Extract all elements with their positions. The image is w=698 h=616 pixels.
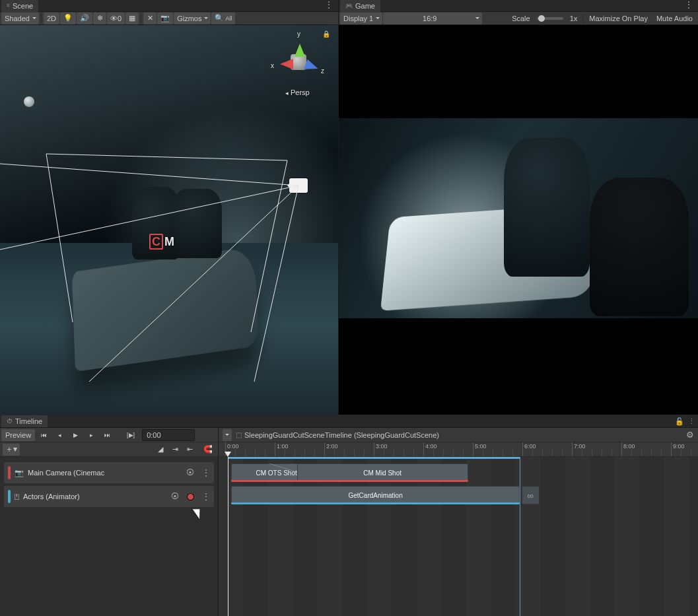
scene-visibility-toggle[interactable]: 👁0 bbox=[107, 13, 125, 24]
orientation-gizmo[interactable]: 🔒 y x z Persp bbox=[265, 29, 332, 108]
scene-panel-menu[interactable]: ⋮ bbox=[322, 0, 335, 9]
mode-2d-toggle[interactable]: 2D bbox=[44, 13, 59, 24]
ruler-minor-tick bbox=[433, 450, 434, 456]
timeline-ruler[interactable]: 0:001:002:003:004:005:006:007:008:009:00 bbox=[219, 442, 698, 456]
track-binding-target-icon[interactable]: ⦿ bbox=[171, 492, 179, 501]
scene-audio-toggle[interactable]: 🔊 bbox=[77, 13, 92, 24]
maximize-on-play-toggle[interactable]: Maximize On Play bbox=[585, 13, 652, 24]
axis-x-handle[interactable] bbox=[275, 59, 293, 69]
track-color-handle[interactable] bbox=[8, 466, 11, 479]
scale-slider-knob[interactable] bbox=[538, 15, 545, 22]
ruler-major-tick: 8:00 bbox=[621, 442, 622, 456]
ruler-major-tick: 6:00 bbox=[522, 442, 523, 456]
scene-camera-button[interactable]: 📷 bbox=[157, 13, 173, 24]
track-header-list: 📷Main Camera (Cinemac⦿⋮⍞Actors (Animator… bbox=[0, 457, 219, 616]
track-menu-button[interactable]: ⋮ bbox=[202, 492, 210, 501]
record-button[interactable] bbox=[187, 493, 194, 500]
ruler-minor-tick bbox=[295, 450, 295, 456]
cube-icon: ⬚ bbox=[236, 431, 242, 438]
aspect-dropdown[interactable]: 16:9 bbox=[383, 13, 482, 24]
ruler-minor-tick bbox=[552, 450, 553, 456]
track-binding-target-icon[interactable]: ⦿ bbox=[186, 468, 194, 477]
timeline-tab[interactable]: ⏱ Timeline bbox=[1, 415, 48, 427]
ruler-minor-tick bbox=[364, 450, 365, 456]
play-range-button[interactable]: [▶] bbox=[123, 429, 138, 441]
game-tab[interactable]: 🎮 Game bbox=[340, 0, 380, 12]
ruler-tick-label: 7:00 bbox=[574, 443, 586, 450]
clip-label: GetCardAnimation bbox=[348, 492, 402, 499]
mute-audio-toggle[interactable]: Mute Audio bbox=[652, 13, 697, 24]
timeline-mode-dropdown[interactable] bbox=[223, 429, 232, 441]
timeline-tab-label: Timeline bbox=[15, 417, 42, 425]
timeline-asset-chip[interactable]: ⬚ SleepingGuardCutSceneTimeline (Sleepin… bbox=[236, 431, 439, 439]
axis-x-label: x bbox=[271, 62, 274, 69]
unlock-icon[interactable]: 🔓 bbox=[675, 417, 684, 426]
scale-label: Scale bbox=[508, 13, 534, 24]
next-frame-button[interactable]: ▸ bbox=[84, 429, 98, 441]
play-button[interactable]: ▶ bbox=[68, 429, 83, 441]
ruler-minor-tick bbox=[394, 450, 394, 456]
ruler-minor-tick bbox=[493, 450, 493, 456]
animation-track-header[interactable]: ⍞Actors (Animator)⦿⋮ bbox=[4, 486, 214, 507]
timecode-field[interactable]: 0:00 bbox=[142, 429, 195, 441]
ruler-minor-tick bbox=[631, 450, 632, 456]
ruler-major-tick: 4:00 bbox=[423, 442, 424, 456]
edit-mode-ripple-button[interactable]: ⇥ bbox=[168, 444, 182, 456]
ruler-minor-tick bbox=[602, 450, 602, 456]
ruler-minor-tick bbox=[265, 450, 265, 456]
ruler-minor-tick bbox=[542, 450, 543, 456]
scene-viewport[interactable]: CCMM 🔒 y x z Persp bbox=[0, 25, 338, 415]
ruler-minor-tick bbox=[304, 450, 305, 456]
ruler-tick-label: 8:00 bbox=[623, 443, 635, 450]
timeline-clip[interactable]: CM Mid Shot bbox=[297, 463, 468, 482]
scene-fx-toggle[interactable]: ❄ bbox=[93, 13, 106, 24]
ruler-tick-label: 0:00 bbox=[227, 443, 239, 450]
add-track-button[interactable]: ＋▾ bbox=[3, 444, 20, 456]
shading-mode-dropdown[interactable]: Shaded bbox=[1, 13, 39, 24]
ruler-minor-tick bbox=[562, 450, 563, 456]
clip-area[interactable]: CM OTS ShotCM Mid Shot GetCardAnimation∞ bbox=[219, 457, 698, 616]
timeline-panel-menu[interactable]: ⋮ bbox=[688, 417, 695, 426]
timeline-icon: ⏱ bbox=[7, 418, 13, 425]
scene-tab[interactable]: ⌗ Scene bbox=[1, 0, 38, 12]
scale-slider[interactable] bbox=[537, 17, 563, 20]
track-menu-button[interactable]: ⋮ bbox=[202, 468, 210, 477]
track-color-handle[interactable] bbox=[8, 490, 11, 503]
axis-y-handle[interactable] bbox=[295, 38, 305, 57]
edit-mode-replace-button[interactable]: ⇤ bbox=[182, 444, 197, 456]
edit-mode-mix-button[interactable]: ◢ bbox=[153, 444, 168, 456]
play-range-bar[interactable] bbox=[228, 457, 520, 459]
ruler-major-tick: 9:00 bbox=[671, 442, 672, 456]
ruler-minor-tick bbox=[681, 450, 681, 456]
clip-loop-marker[interactable]: ∞ bbox=[522, 486, 540, 504]
track-name-label: Actors (Animator) bbox=[23, 493, 80, 500]
ruler-tick-label: 9:00 bbox=[673, 443, 685, 450]
ruler-minor-tick bbox=[592, 450, 592, 456]
gear-icon[interactable]: ⚙ bbox=[686, 430, 694, 440]
ruler-minor-tick bbox=[453, 450, 454, 456]
projection-label[interactable]: Persp bbox=[285, 88, 310, 96]
game-viewport[interactable] bbox=[339, 25, 698, 415]
game-panel-menu[interactable]: ⋮ bbox=[682, 0, 695, 9]
gizmos-dropdown[interactable]: Gizmos bbox=[174, 13, 211, 24]
preview-toggle[interactable]: Preview bbox=[1, 429, 35, 441]
go-to-start-button[interactable]: ⏮ bbox=[36, 429, 51, 441]
go-to-end-button[interactable]: ⏭ bbox=[100, 429, 114, 441]
snap-toggle[interactable]: 🧲 bbox=[201, 444, 215, 456]
lock-icon[interactable]: 🔒 bbox=[322, 30, 330, 38]
game-toolbar: Display 1 16:9 Scale 1x Maximize On Play… bbox=[339, 12, 698, 25]
scene-grid-toggle[interactable]: ▦ bbox=[125, 13, 139, 24]
cinemachine-track-header[interactable]: 📷Main Camera (Cinemac⦿⋮ bbox=[4, 462, 214, 483]
scene-light-toggle[interactable]: 💡 bbox=[60, 13, 76, 24]
game-character-a bbox=[504, 138, 590, 277]
axis-z-label: z bbox=[321, 67, 324, 75]
timeline-clip[interactable]: GetCardAnimation bbox=[231, 486, 520, 504]
svg-line-2 bbox=[89, 186, 298, 382]
ruler-minor-tick bbox=[463, 450, 464, 456]
mode-2d-label: 2D bbox=[47, 15, 56, 22]
ruler-minor-tick bbox=[512, 450, 513, 456]
scene-tools-button[interactable]: ✕ bbox=[143, 13, 157, 24]
prev-frame-button[interactable]: ◂ bbox=[52, 429, 67, 441]
scene-search-button[interactable]: 🔍All bbox=[211, 13, 235, 24]
display-dropdown[interactable]: Display 1 bbox=[340, 13, 382, 24]
